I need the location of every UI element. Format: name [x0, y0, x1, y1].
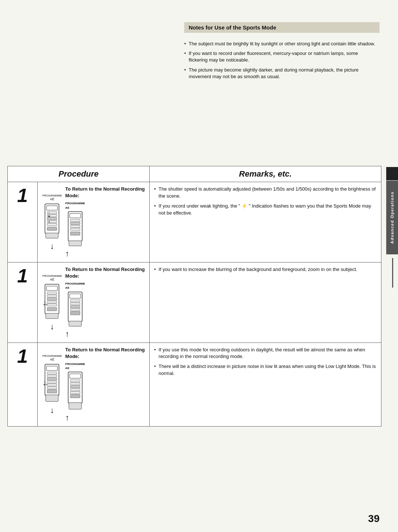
svg-rect-40 [46, 366, 57, 371]
svg-rect-32 [70, 294, 81, 298]
svg-rect-44 [47, 381, 57, 383]
instr-text-2: To Return to the Normal Recording Mode: … [65, 266, 145, 290]
arrow-down-1: ↓ [50, 242, 54, 250]
svg-text:★米: ★米 [43, 303, 48, 306]
notes-item-2: If you want to record under fluorescent,… [184, 50, 378, 63]
svg-rect-15 [70, 222, 80, 225]
cam-left-2: PROGRAMMEAE [42, 274, 62, 331]
arrow-up-2: ↑ [65, 330, 145, 338]
svg-rect-42 [47, 375, 57, 377]
cam-left-svg-2: • ★米 [42, 282, 62, 321]
svg-rect-23 [47, 295, 57, 297]
svg-rect-58 [70, 394, 80, 398]
svg-rect-54 [70, 383, 80, 385]
svg-text:🏃: 🏃 [48, 212, 50, 215]
notes-title: Notes for Use of the Sports Mode [189, 24, 276, 31]
svg-rect-22 [47, 292, 57, 294]
cam-left-svg-3: • ★米 [42, 362, 62, 405]
arrow-down-3: ↓ [50, 406, 54, 414]
arrow-up-1: ↑ [65, 250, 145, 258]
svg-rect-48 [46, 395, 58, 401]
cam-left-label-2: PROGRAMMEAE [42, 274, 62, 282]
notes-list: The subject must be brightly lit by sunl… [184, 41, 378, 80]
svg-rect-55 [70, 386, 80, 388]
remarks-list-2: If you want to increase the blurring of … [154, 266, 377, 273]
cam-left-label-3: PROGRAMMEAE [42, 354, 62, 362]
svg-rect-52 [70, 374, 81, 378]
svg-rect-38 [69, 321, 81, 326]
advanced-operations-label: Advanced Operations [390, 191, 394, 244]
svg-rect-8 [46, 233, 58, 238]
svg-rect-57 [70, 392, 80, 394]
remarks-cell-3: If you use this mode for recording outdo… [150, 343, 381, 427]
cam-right-svg-1 [65, 210, 85, 248]
svg-rect-17 [70, 228, 80, 230]
notes-content: The subject must be brightly lit by sunl… [184, 41, 378, 83]
table-row: 1 PROGRAMMEAE [8, 343, 381, 427]
svg-rect-14 [70, 219, 80, 222]
svg-rect-28 [46, 313, 58, 319]
svg-rect-18 [70, 232, 80, 235]
svg-text:🎬: 🎬 [48, 215, 50, 218]
camera-diagram-2: PROGRAMMEAE [42, 266, 145, 339]
instr-wrap-2: To Return to the Normal Recording Mode: … [65, 266, 145, 339]
th-procedure: Procedure [8, 166, 150, 182]
instr-wrap-1: To Return to the Normal Recording Mode: … [65, 186, 145, 258]
svg-rect-21 [46, 286, 57, 291]
arrow-down-2: ↓ [50, 323, 54, 331]
svg-rect-33 [70, 300, 80, 302]
step-cell-2: 1 [8, 262, 38, 343]
cam-left-svg-1: 🏃 🎬 🔦 [42, 202, 62, 241]
svg-rect-43 [47, 378, 57, 380]
camera-diagram-3: PROGRAMMEAE [42, 347, 145, 423]
table-header-row: Procedure Remarks, etc. [8, 166, 381, 182]
svg-rect-26 [47, 304, 57, 306]
cam-left-1: PROGRAMMEAE [42, 194, 62, 250]
remark-1-0: The shutter speed is automatically adjus… [154, 186, 377, 200]
cam-right-svg-3 [65, 370, 85, 413]
arrow-up-3: ↑ [65, 414, 145, 422]
remark-3-1: There will be a distinct increase in pic… [154, 363, 377, 377]
svg-rect-35 [70, 306, 80, 308]
remarks-list-3: If you use this mode for recording outdo… [154, 347, 377, 377]
diagram-cell-1: PROGRAMMEAE [38, 182, 150, 262]
svg-rect-7 [47, 227, 57, 230]
th-remarks: Remarks, etc. [150, 166, 381, 182]
notes-title-box: Notes for Use of the Sports Mode [184, 22, 380, 33]
table-row: 1 PROGRAMMEAE [8, 262, 381, 343]
remarks-cell-1: The shutter speed is automatically adjus… [150, 182, 381, 262]
cam-left-3: PROGRAMMEAE [42, 354, 62, 414]
instr-wrap-3: To Return to the Normal Recording Mode: … [65, 347, 145, 423]
svg-text:★米: ★米 [43, 383, 48, 386]
instr-text-1: To Return to the Normal Recording Mode: … [65, 186, 145, 210]
instr-text-3: To Return to the Normal Recording Mode: … [65, 347, 145, 371]
svg-rect-37 [70, 312, 80, 315]
svg-rect-59 [69, 403, 81, 409]
remark-2-0: If you want to increase the blurring of … [154, 266, 377, 273]
notes-item-3: The picture may become slightly darker, … [184, 67, 378, 80]
remark-1-1: If you record under weak lighting, the "… [154, 203, 377, 217]
svg-rect-53 [70, 380, 80, 382]
svg-rect-47 [47, 390, 57, 393]
sidebar-bar [392, 258, 393, 288]
svg-rect-24 [47, 298, 57, 300]
svg-rect-1 [46, 206, 57, 210]
svg-rect-4 [47, 218, 57, 220]
svg-rect-36 [70, 309, 80, 311]
svg-rect-19 [69, 241, 81, 246]
step-number-2: 1 [12, 266, 33, 285]
main-table-area: Procedure Remarks, etc. 1 [7, 166, 381, 510]
cam-left-label-1: PROGRAMMEAE [42, 194, 62, 201]
step-cell-3: 1 [8, 343, 38, 427]
advanced-operations-tab: Advanced Operations [386, 181, 398, 254]
step-number-3: 1 [12, 347, 33, 366]
svg-rect-25 [47, 301, 57, 303]
step-cell-1: 1 [8, 182, 38, 262]
svg-text:🔦: 🔦 [48, 220, 50, 223]
page-number: 39 [368, 513, 380, 525]
svg-rect-46 [47, 387, 57, 389]
camera-diagram-1: PROGRAMMEAE [42, 186, 145, 258]
remarks-cell-2: If you want to increase the blurring of … [150, 262, 381, 343]
step-number-1: 1 [12, 186, 33, 205]
remark-3-0: If you use this mode for recording outdo… [154, 347, 377, 361]
